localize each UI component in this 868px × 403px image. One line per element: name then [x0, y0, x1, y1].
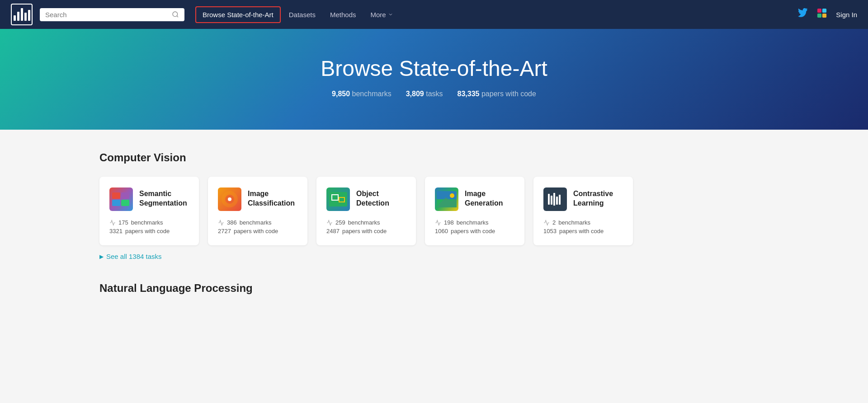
nav-more[interactable]: More	[364, 7, 399, 22]
stat-tasks: 3,809 tasks	[406, 90, 443, 98]
card-object-detection[interactable]: Object Detection 259 benchmarks 2487 pap…	[316, 177, 416, 245]
section-computer-vision: Computer Vision Semantic Segmentation	[99, 151, 769, 260]
svg-rect-24	[559, 195, 561, 205]
nav-browse[interactable]: Browse State-of-the-Art	[195, 6, 281, 23]
navbar: Browse State-of-the-Art Datasets Methods…	[0, 0, 868, 29]
slack-icon[interactable]	[817, 8, 827, 21]
svg-point-0	[173, 12, 178, 17]
hero-section: Browse State-of-the-Art 9,850 benchmarks…	[0, 29, 868, 130]
stat-papers: 83,335 papers with code	[458, 90, 536, 98]
card-benchmarks-det: 259 benchmarks	[326, 219, 406, 226]
card-header: Semantic Segmentation	[109, 187, 189, 211]
card-papers-seg: 3321 papers with code	[109, 228, 189, 234]
search-icon	[172, 11, 179, 18]
section-title-cv: Computer Vision	[99, 151, 769, 164]
card-papers-cont: 1053 papers with code	[543, 228, 623, 234]
card-thumb-cls	[218, 187, 241, 211]
svg-rect-4	[817, 14, 821, 18]
svg-point-19	[450, 193, 454, 198]
svg-rect-6	[112, 192, 120, 199]
svg-rect-20	[548, 194, 550, 205]
chevron-down-icon	[388, 12, 393, 17]
svg-rect-8	[112, 200, 120, 206]
card-benchmarks-cls: 386 benchmarks	[218, 219, 297, 226]
card-thumb-cont	[543, 187, 567, 211]
chart-icon	[543, 220, 550, 226]
chart-icon	[326, 220, 333, 226]
card-benchmarks-gen: 198 benchmarks	[435, 219, 514, 226]
cls-thumb-svg	[221, 191, 238, 208]
card-title-cls: Image Classification	[248, 187, 297, 208]
search-wrapper	[40, 8, 184, 21]
logo-bars	[14, 8, 30, 21]
hero-title: Browse State-of-the-Art	[0, 56, 868, 81]
seg-thumb-svg	[112, 192, 130, 206]
card-header: Contrastive Learning	[543, 187, 623, 211]
card-papers-cls: 2727 papers with code	[218, 228, 297, 234]
chart-icon	[109, 220, 116, 226]
svg-rect-5	[822, 14, 826, 18]
svg-rect-9	[121, 200, 129, 206]
stat-benchmarks: 9,850 benchmarks	[332, 90, 392, 98]
card-header: Image Classification	[218, 187, 297, 211]
cv-cards-row: Semantic Segmentation 175 benchmarks 332…	[99, 177, 769, 245]
card-title-det: Object Detection	[356, 187, 406, 208]
nav-right: Sign In	[798, 8, 857, 21]
nav-links: Browse State-of-the-Art Datasets Methods…	[195, 6, 400, 23]
main-content: Computer Vision Semantic Segmentation	[0, 130, 868, 329]
hero-stats: 9,850 benchmarks 3,809 tasks 83,335 pape…	[0, 90, 868, 98]
card-thumb-gen	[435, 187, 458, 211]
section-title-nlp: Natural Language Processing	[99, 282, 769, 295]
card-benchmarks-cont: 2 benchmarks	[543, 219, 623, 226]
det-thumb-svg	[328, 191, 348, 207]
cont-thumb-svg	[547, 191, 563, 207]
gen-thumb-svg	[437, 191, 457, 207]
chart-icon	[218, 220, 224, 226]
card-header: Object Detection	[326, 187, 406, 211]
twitter-icon[interactable]	[798, 8, 808, 21]
svg-rect-2	[817, 9, 821, 13]
card-papers-det: 2487 papers with code	[326, 228, 406, 234]
search-input[interactable]	[45, 11, 168, 19]
logo[interactable]	[11, 4, 33, 25]
card-semantic-segmentation[interactable]: Semantic Segmentation 175 benchmarks 332…	[99, 177, 199, 245]
card-thumb-seg	[109, 187, 133, 211]
nav-datasets[interactable]: Datasets	[283, 7, 322, 22]
section-nlp: Natural Language Processing	[99, 282, 769, 295]
card-title-gen: Image Generation	[465, 187, 514, 208]
svg-line-1	[177, 16, 178, 17]
card-title-cont: Contrastive Learning	[573, 187, 623, 208]
card-thumb-det	[326, 187, 350, 211]
card-contrastive-learning[interactable]: Contrastive Learning 2 benchmarks 1053 p…	[533, 177, 633, 245]
signin-button[interactable]: Sign In	[836, 11, 857, 19]
svg-rect-21	[551, 196, 552, 205]
nav-methods[interactable]: Methods	[324, 7, 363, 22]
card-image-classification[interactable]: Image Classification 386 benchmarks 2727…	[208, 177, 307, 245]
svg-rect-7	[121, 192, 129, 199]
card-papers-gen: 1060 papers with code	[435, 228, 514, 234]
card-image-generation[interactable]: Image Generation 198 benchmarks 1060 pap…	[425, 177, 524, 245]
svg-point-12	[228, 197, 231, 201]
card-title-seg: Semantic Segmentation	[139, 187, 189, 208]
svg-rect-22	[553, 193, 555, 206]
svg-rect-3	[822, 9, 826, 13]
svg-rect-23	[556, 197, 558, 205]
card-benchmarks-seg: 175 benchmarks	[109, 219, 189, 226]
chart-icon	[435, 220, 441, 226]
see-all-tasks-link[interactable]: ▶ See all 1384 tasks	[99, 253, 769, 260]
card-header: Image Generation	[435, 187, 514, 211]
